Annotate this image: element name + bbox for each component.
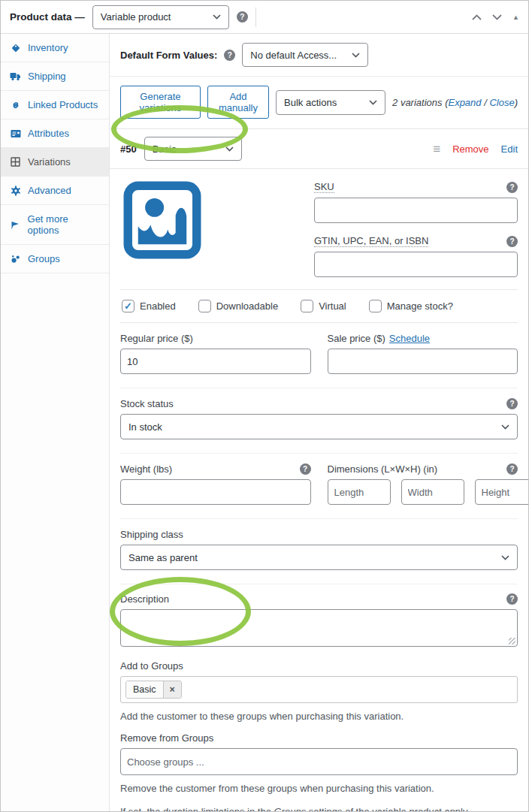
- tag-icon: [10, 43, 21, 53]
- groups-section: Add to Groups Basic × Add the customer t…: [120, 657, 518, 811]
- weight-dimensions-row: Weight (lbs) ? Dimensions (L×W×H) (in) ?: [120, 454, 518, 519]
- remove-chip-icon[interactable]: ×: [163, 681, 181, 698]
- sidebar-item-inventory[interactable]: Inventory: [1, 34, 109, 62]
- chevron-down-icon: [225, 146, 234, 152]
- edit-variation-link[interactable]: Edit: [501, 143, 518, 155]
- virtual-checkbox[interactable]: ✓ Virtual: [301, 300, 346, 312]
- sidebar-item-label: Groups: [28, 253, 60, 264]
- help-icon[interactable]: ?: [506, 463, 518, 475]
- product-data-panel: Product data — Variable product ? ▲: [0, 0, 529, 812]
- sidebar-item-shipping[interactable]: Shipping: [1, 62, 109, 91]
- sale-price-input[interactable]: [328, 349, 518, 374]
- height-input[interactable]: [475, 479, 529, 505]
- description-row: Description ?: [120, 584, 518, 657]
- sidebar-item-label: Shipping: [28, 71, 66, 82]
- chevron-down-icon: [501, 424, 509, 430]
- help-icon[interactable]: ?: [506, 398, 518, 409]
- product-type-value: Variable product: [101, 11, 171, 23]
- header-divider: [255, 8, 256, 27]
- length-input[interactable]: [328, 479, 391, 505]
- default-form-values-label: Default Form Values:: [120, 50, 217, 61]
- shipping-class-select[interactable]: Same as parent: [120, 545, 518, 570]
- remove-variation-link[interactable]: Remove: [452, 143, 488, 155]
- move-down-icon[interactable]: [492, 14, 502, 20]
- default-form-values-select[interactable]: No default Access...: [242, 43, 368, 67]
- downloadable-checkbox[interactable]: ✓ Downloadable: [198, 300, 278, 312]
- weight-label: Weight (lbs): [120, 463, 172, 475]
- remove-from-groups-input[interactable]: [120, 748, 518, 775]
- sidebar-item-label: Get more options: [28, 213, 100, 236]
- sidebar-item-advanced[interactable]: Advanced: [1, 177, 109, 205]
- card-icon: [10, 129, 21, 138]
- variation-options-row: ✓ Enabled ✓ Downloadable ✓ Virtual ✓ Man…: [120, 289, 518, 323]
- expand-link[interactable]: Expand: [448, 97, 481, 108]
- pennant-icon: [10, 220, 21, 230]
- groups-icon: [10, 254, 21, 264]
- link-icon: [10, 100, 21, 110]
- width-input[interactable]: [401, 479, 464, 505]
- add-to-groups-input[interactable]: Basic ×: [120, 676, 518, 703]
- variation-image-placeholder-icon[interactable]: [123, 181, 201, 259]
- stock-status-select[interactable]: In stock: [120, 414, 518, 439]
- checkbox-icon: ✓: [369, 300, 382, 312]
- remove-groups-help-text: Remove the customer from these groups wh…: [120, 783, 518, 794]
- gtin-label: GTIN, UPC, EAN, or ISBN: [314, 235, 428, 247]
- gtin-input[interactable]: [314, 252, 518, 277]
- close-link[interactable]: Close: [489, 97, 514, 108]
- chevron-down-icon: [213, 14, 221, 20]
- sidebar-item-groups[interactable]: Groups: [1, 245, 109, 273]
- duration-note: If set, the duration limitations in the …: [120, 806, 518, 811]
- sku-input[interactable]: [314, 198, 518, 223]
- sale-price-label: Sale price ($): [328, 333, 385, 344]
- chevron-down-icon: [501, 555, 509, 560]
- add-to-groups-label: Add to Groups: [120, 660, 183, 672]
- help-icon[interactable]: ?: [506, 236, 518, 247]
- add-manually-button[interactable]: Add manually: [207, 86, 269, 119]
- chevron-down-icon: [369, 100, 377, 105]
- stock-status-label: Stock status: [120, 398, 174, 409]
- panel-title: Product data —: [10, 11, 85, 23]
- schedule-link[interactable]: Schedule: [389, 333, 430, 344]
- group-chip-label: Basic: [126, 681, 163, 698]
- enabled-checkbox[interactable]: ✓ Enabled: [122, 300, 176, 312]
- regular-price-input[interactable]: [120, 349, 311, 374]
- grid-icon: [10, 157, 21, 167]
- regular-price-label: Regular price ($): [120, 333, 193, 344]
- manage-stock-checkbox[interactable]: ✓ Manage stock?: [369, 300, 453, 312]
- variation-50-attribute-select[interactable]: Basic: [144, 137, 242, 161]
- move-up-icon[interactable]: [472, 14, 482, 20]
- sidebar-item-variations[interactable]: Variations: [1, 148, 109, 177]
- help-icon[interactable]: ?: [506, 182, 518, 193]
- sidebar-item-label: Variations: [28, 156, 71, 168]
- bulk-actions-select[interactable]: Bulk actions: [276, 90, 385, 115]
- weight-input[interactable]: [120, 479, 311, 505]
- sidebar-item-linked-products[interactable]: Linked Products: [1, 91, 109, 119]
- stock-status-row: Stock status ? In stock: [120, 388, 518, 454]
- shipping-class-row: Shipping class Same as parent: [120, 519, 518, 584]
- help-icon[interactable]: ?: [224, 50, 235, 61]
- sidebar-item-get-more-options[interactable]: Get more options: [1, 205, 109, 245]
- checkbox-icon: ✓: [301, 300, 313, 312]
- help-icon[interactable]: ?: [237, 11, 248, 23]
- shipping-class-label: Shipping class: [120, 529, 183, 540]
- description-textarea[interactable]: [120, 609, 518, 647]
- gear-icon: [10, 186, 21, 196]
- generate-variations-button[interactable]: Generate variations: [120, 86, 201, 119]
- help-icon[interactable]: ?: [506, 593, 518, 605]
- group-chip: Basic ×: [125, 681, 182, 699]
- chevron-down-icon: [352, 53, 360, 58]
- sidebar-item-label: Linked Products: [28, 99, 98, 110]
- help-icon[interactable]: ?: [300, 463, 311, 475]
- product-type-select[interactable]: Variable product: [92, 5, 229, 29]
- truck-icon: [10, 71, 21, 81]
- media-sku-row: SKU ? GTIN, UPC, EAN, or ISBN ?: [120, 171, 518, 289]
- variations-summary: 2 variations (Expand / Close): [392, 97, 518, 108]
- toggle-panel-icon[interactable]: ▲: [512, 14, 519, 21]
- sidebar-item-attributes[interactable]: Attributes: [1, 119, 109, 148]
- variation-50-header: #50 Basic ≡ Remove Edit: [110, 129, 528, 169]
- drag-handle-icon[interactable]: ≡: [433, 143, 440, 155]
- description-label: Description: [120, 593, 169, 605]
- checkbox-icon: ✓: [198, 300, 211, 312]
- dimensions-label: Dimensions (L×W×H) (in): [328, 463, 438, 475]
- variations-toolbar: Generate variations Add manually Bulk ac…: [110, 77, 528, 129]
